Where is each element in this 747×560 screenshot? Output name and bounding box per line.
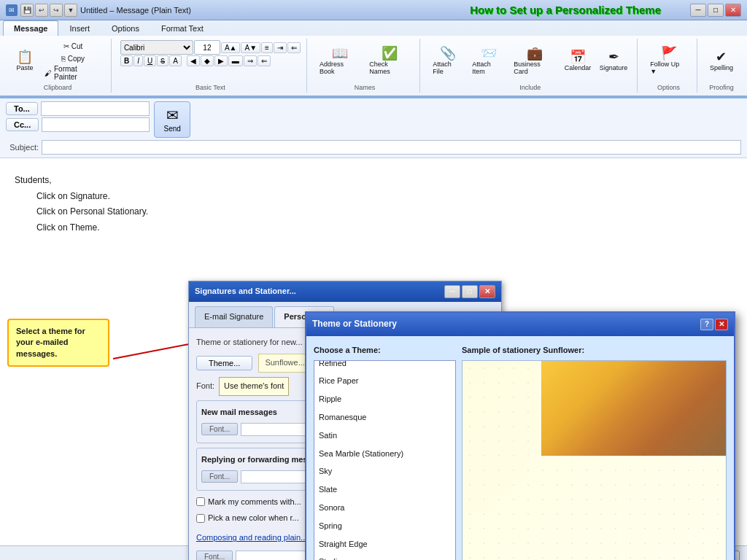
cc-field[interactable] bbox=[42, 117, 150, 132]
group-clipboard-label: Clipboard bbox=[44, 82, 72, 91]
copy-button[interactable]: ⎘ Copy bbox=[41, 52, 105, 64]
group-clipboard: 📋 Paste ✂ Cut ⎘ Copy 🖌 Format Painter bbox=[4, 39, 112, 93]
tab-options[interactable]: Options bbox=[101, 20, 150, 36]
theme-list-item[interactable]: Slate bbox=[314, 481, 455, 499]
font-btn-1[interactable]: Font... bbox=[201, 423, 238, 435]
email-line1: Students, bbox=[15, 173, 732, 189]
theme-list-item[interactable]: Refined bbox=[314, 360, 455, 373]
group-basic-text-label: Basic Text bbox=[196, 82, 225, 91]
theme-list-item[interactable]: Spring bbox=[314, 518, 455, 536]
minimize-btn[interactable]: ─ bbox=[690, 4, 706, 17]
shrink-font-btn[interactable]: A▼ bbox=[241, 42, 260, 53]
group-proofing-label: Proofing bbox=[709, 82, 734, 91]
more-indent-btn[interactable]: ⇒ bbox=[244, 55, 257, 66]
sig-dialog-title-bar: Signatures and Stationer... ─ □ ✕ bbox=[189, 281, 501, 302]
theme-list[interactable]: Old Striped Shirt (Stationery)PapyrusPaw… bbox=[314, 360, 456, 560]
follow-up-button[interactable]: 🚩 Follow Up ▼ bbox=[646, 40, 691, 81]
paste-button[interactable]: 📋 Paste bbox=[10, 40, 39, 81]
sig-tab-email[interactable]: E-mail Signature bbox=[195, 306, 273, 327]
grow-font-btn[interactable]: A▲ bbox=[221, 42, 241, 53]
pick-color-cb[interactable] bbox=[196, 514, 205, 523]
email-line3: Click on Personal Stationary. bbox=[36, 204, 732, 220]
list-btn[interactable]: ≡ bbox=[261, 42, 273, 53]
follow-up-icon: 🚩 bbox=[661, 47, 677, 60]
font-btn-3[interactable]: Font... bbox=[196, 551, 233, 560]
font-size-input[interactable] bbox=[194, 40, 220, 55]
theme-help-btn[interactable]: ? bbox=[700, 319, 713, 330]
align-left-btn[interactable]: ◀ bbox=[187, 55, 200, 66]
redo-btn[interactable]: ↪ bbox=[50, 4, 63, 17]
theme-list-item[interactable]: Ripple bbox=[314, 391, 455, 409]
group-names: 📖 Address Book ✅ Check Names Names bbox=[310, 39, 420, 93]
format-painter-button[interactable]: 🖌 Format Painter bbox=[41, 65, 105, 81]
sig-close-btn[interactable]: ✕ bbox=[479, 285, 495, 298]
theme-list-item[interactable]: Satin bbox=[314, 427, 455, 446]
address-book-button[interactable]: 📖 Address Book bbox=[316, 40, 363, 81]
font-dropdown[interactable]: Use theme's font bbox=[219, 377, 289, 396]
sig-min-btn[interactable]: ─ bbox=[444, 285, 460, 298]
mark-comments-cb[interactable] bbox=[196, 497, 205, 506]
align-right-btn[interactable]: ▶ bbox=[214, 55, 228, 66]
check-names-button[interactable]: ✅ Check Names bbox=[365, 40, 414, 81]
attach-item-button[interactable]: 📨 Attach Item bbox=[468, 40, 508, 81]
theme-close-btn[interactable]: ✕ bbox=[715, 319, 728, 330]
less-indent-btn[interactable]: ⇐ bbox=[258, 55, 271, 66]
tab-format-text[interactable]: Format Text bbox=[150, 20, 214, 36]
group-options-label: Options bbox=[657, 82, 680, 91]
justify-btn[interactable]: ▬ bbox=[228, 55, 243, 66]
cc-row: Cc... bbox=[6, 117, 150, 132]
save-btn[interactable]: 💾 bbox=[20, 4, 34, 17]
theme-list-item[interactable]: Sky bbox=[314, 463, 455, 481]
cut-button[interactable]: ✂ Cut bbox=[41, 40, 105, 52]
theme-list-item[interactable]: Sonora bbox=[314, 499, 455, 518]
theme-list-item[interactable]: Rice Paper bbox=[314, 373, 455, 391]
bold-btn[interactable]: B bbox=[120, 55, 133, 66]
cc-button[interactable]: Cc... bbox=[6, 118, 39, 131]
font-btn-2[interactable]: Font... bbox=[201, 470, 238, 483]
sunflower-preview: Sunflowe... bbox=[258, 354, 311, 373]
flower-rect bbox=[541, 361, 726, 456]
tab-insert[interactable]: Insert bbox=[58, 20, 101, 36]
calendar-button[interactable]: 📅 Calendar bbox=[561, 40, 595, 81]
theme-preview-label: Sample of stationery Sunflower: bbox=[462, 343, 727, 358]
undo-btn[interactable]: ↩ bbox=[35, 4, 48, 17]
strikethrough-btn[interactable]: S̶ bbox=[157, 55, 169, 66]
theme-button[interactable]: Theme... bbox=[196, 356, 252, 370]
theme-title-btns: ? ✕ bbox=[700, 319, 728, 330]
theme-list-item[interactable]: Studio bbox=[314, 553, 455, 560]
page-headline: How to Set up a Personalized Theme bbox=[470, 4, 661, 16]
font-family-select[interactable]: Calibri bbox=[120, 40, 193, 55]
to-field[interactable] bbox=[41, 101, 150, 116]
more-btn[interactable]: ▼ bbox=[64, 4, 77, 17]
to-button[interactable]: To... bbox=[6, 102, 38, 115]
send-button[interactable]: ✉ Send bbox=[154, 101, 190, 138]
subject-row: Subject: bbox=[6, 140, 741, 155]
align-center-btn[interactable]: ◆ bbox=[201, 55, 214, 66]
rtl-btn[interactable]: ⇐ bbox=[287, 42, 301, 53]
quick-access: 💾 ↩ ↪ ▼ bbox=[20, 4, 77, 17]
underline-btn[interactable]: U bbox=[144, 55, 156, 66]
signature-button[interactable]: ✒ Signature bbox=[596, 40, 631, 81]
email-body: Students, Click on Signature. Click on P… bbox=[0, 158, 747, 560]
spelling-button[interactable]: ✔ Spelling bbox=[706, 40, 737, 81]
to-row: To... bbox=[6, 101, 150, 116]
attach-file-button[interactable]: 📎 Attach File bbox=[429, 40, 467, 81]
cut-icon: ✂ bbox=[63, 42, 69, 50]
fmt-row-1: Calibri A▲ A▼ ≡ ⇥ ⇐ bbox=[120, 40, 301, 55]
preview-flower bbox=[541, 361, 726, 456]
group-names-label: Names bbox=[355, 82, 376, 91]
theme-list-item[interactable]: Straight Edge bbox=[314, 536, 455, 554]
close-btn[interactable]: ✕ bbox=[725, 4, 741, 17]
italic-btn[interactable]: I bbox=[133, 55, 143, 66]
composing-link[interactable]: Composing and reading plain... bbox=[196, 533, 307, 542]
tab-message[interactable]: Message bbox=[3, 20, 58, 36]
theme-list-item[interactable]: Sea Marble (Stationery) bbox=[314, 446, 455, 464]
attach-item-icon: 📨 bbox=[481, 47, 497, 60]
theme-list-item[interactable]: Romanesque bbox=[314, 409, 455, 427]
maximize-btn[interactable]: □ bbox=[708, 4, 724, 17]
sig-max-btn[interactable]: □ bbox=[462, 285, 478, 298]
indent-btn[interactable]: ⇥ bbox=[274, 42, 287, 53]
subject-field[interactable] bbox=[42, 140, 741, 155]
business-card-button[interactable]: 💼 Business Card bbox=[510, 40, 560, 81]
font-color-btn[interactable]: A bbox=[169, 55, 182, 66]
